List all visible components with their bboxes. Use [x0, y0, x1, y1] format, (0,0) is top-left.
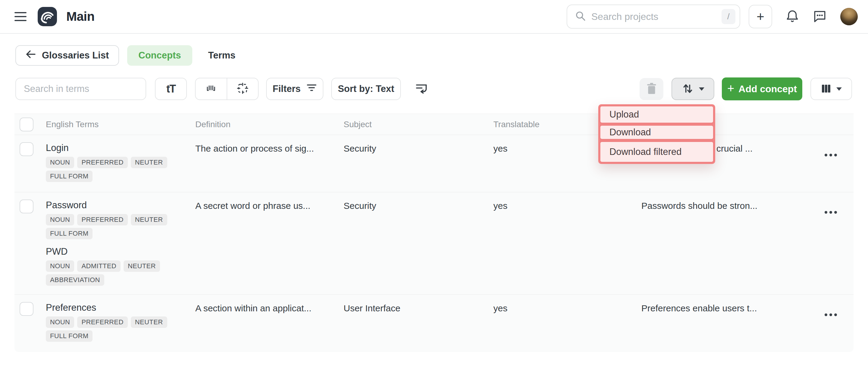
row-checkbox[interactable]: [20, 302, 33, 316]
row-actions-menu-icon[interactable]: [825, 313, 837, 352]
user-avatar[interactable]: [840, 8, 858, 25]
upload-download-dropdown-button[interactable]: [672, 78, 714, 100]
column-header-subject[interactable]: Subject: [344, 120, 493, 129]
sort-by-button[interactable]: Sort by: Text: [331, 78, 401, 100]
term-tag-badge: NOUN: [46, 157, 74, 168]
term-entry: LoginNOUNPREFERREDNEUTERFULL FORM: [46, 142, 195, 182]
match-case-button[interactable]: tT: [155, 78, 187, 100]
translatable-cell: yes: [493, 199, 641, 295]
trash-icon: [646, 82, 657, 96]
table-header-row: English Terms Definition Subject Transla…: [14, 114, 854, 135]
sort-direction-button[interactable]: [415, 82, 429, 96]
term-tag-badge: ABBREVIATION: [46, 274, 104, 286]
chevron-down-icon: [836, 87, 842, 91]
term-entry: PWDNOUNADMITTEDNEUTERABBREVIATION: [46, 246, 195, 286]
bell-icon: [785, 9, 799, 24]
delete-selected-button[interactable]: [640, 78, 663, 100]
chevron-down-icon: [699, 87, 704, 91]
term-tags: NOUNADMITTEDNEUTERABBREVIATION: [46, 260, 187, 286]
add-concept-label: Add concept: [738, 84, 797, 95]
term-tags: NOUNPREFERREDNEUTERFULL FORM: [46, 316, 187, 342]
term-text[interactable]: Password: [46, 199, 195, 211]
messages-button[interactable]: [812, 10, 827, 24]
term-text[interactable]: Preferences: [46, 302, 195, 313]
menu-item-download-filtered[interactable]: Download filtered: [599, 141, 714, 163]
term-tag-badge: NEUTER: [131, 316, 167, 328]
concepts-table: English Terms Definition Subject Transla…: [14, 114, 854, 352]
back-to-glossaries-button[interactable]: Glossaries List: [16, 45, 119, 66]
term-tag-badge: FULL FORM: [46, 171, 93, 182]
tab-concepts[interactable]: Concepts: [127, 45, 192, 66]
add-concept-button[interactable]: + Add concept: [722, 78, 802, 100]
term-tag-badge: NEUTER: [131, 157, 167, 168]
term-tag-badge: ADMITTED: [77, 260, 121, 272]
filters-button[interactable]: Filters: [266, 78, 323, 100]
term-tag-badge: FULL FORM: [46, 228, 93, 239]
hamburger-menu-icon[interactable]: [14, 12, 27, 21]
term-entry: PreferencesNOUNPREFERREDNEUTERFULL FORM: [46, 302, 195, 342]
projects-search-input[interactable]: [591, 11, 721, 22]
menu-item-download[interactable]: Download: [599, 125, 714, 140]
term-tags: NOUNPREFERREDNEUTERFULL FORM: [46, 214, 187, 239]
chat-bubble-icon: [812, 10, 827, 24]
whole-words-button[interactable]: [195, 79, 227, 99]
row-actions-menu-icon[interactable]: [825, 211, 837, 295]
glossary-nav: Glossaries List Concepts Terms: [16, 45, 854, 66]
columns-icon: [821, 84, 832, 94]
subject-cell: User Interface: [344, 302, 493, 352]
back-arrow-icon: [26, 50, 36, 61]
upload-download-menu: UploadDownloadDownload filtered: [598, 104, 715, 164]
translatable-cell: yes: [493, 302, 641, 352]
column-header-english-terms[interactable]: English Terms: [46, 120, 195, 129]
match-case-icon: tT: [166, 83, 176, 95]
term-tag-badge: PREFERRED: [77, 214, 127, 225]
sort-by-label: Sort by: Text: [338, 84, 394, 94]
table-row: PasswordNOUNPREFERREDNEUTERFULL FORMPWDN…: [14, 192, 854, 295]
back-button-label: Glossaries List: [42, 50, 109, 61]
whole-words-icon: [205, 83, 217, 95]
note-cell: Preferences enable users t...: [641, 302, 811, 352]
select-all-checkbox[interactable]: [20, 118, 33, 131]
page-title: Main: [66, 9, 95, 24]
filter-icon: [306, 83, 317, 95]
selection-frame-icon: [237, 83, 248, 95]
term-text[interactable]: Login: [46, 142, 195, 154]
row-checkbox[interactable]: [20, 142, 33, 156]
columns-visibility-button[interactable]: [810, 78, 852, 100]
term-tag-badge: NEUTER: [124, 260, 160, 272]
term-tag-badge: PREFERRED: [77, 157, 127, 168]
column-header-definition[interactable]: Definition: [195, 120, 344, 129]
row-actions-menu-icon[interactable]: [825, 154, 837, 192]
notifications-button[interactable]: [785, 9, 799, 24]
subject-cell: Security: [344, 199, 493, 295]
term-tag-badge: NOUN: [46, 316, 74, 328]
term-tags: NOUNPREFERREDNEUTERFULL FORM: [46, 157, 187, 182]
term-text[interactable]: PWD: [46, 246, 195, 257]
search-options-group: [195, 78, 258, 100]
menu-item-upload[interactable]: Upload: [599, 105, 714, 124]
definition-cell: A secret word or phrase us...: [195, 199, 344, 295]
topbar: Main / +: [0, 0, 868, 34]
subject-cell: Security: [344, 142, 493, 192]
terms-search-input[interactable]: [16, 78, 146, 100]
table-row: PreferencesNOUNPREFERREDNEUTERFULL FORM …: [14, 295, 854, 352]
table-row: LoginNOUNPREFERREDNEUTERFULL FORM The ac…: [14, 135, 854, 192]
search-shortcut-hint: /: [721, 9, 735, 24]
sort-direction-icon: [415, 82, 429, 96]
term-tag-badge: FULL FORM: [46, 330, 93, 342]
app-logo[interactable]: [37, 7, 57, 27]
tab-terms[interactable]: Terms: [208, 45, 236, 66]
up-down-arrows-icon: [681, 82, 694, 96]
term-tag-badge: NOUN: [46, 260, 74, 272]
term-tag-badge: NOUN: [46, 214, 74, 225]
row-checkbox[interactable]: [20, 199, 33, 213]
plus-icon: +: [727, 82, 734, 95]
term-tag-badge: NEUTER: [131, 214, 167, 225]
term-tag-badge: PREFERRED: [77, 316, 127, 328]
exact-match-button[interactable]: [227, 79, 258, 99]
term-entry: PasswordNOUNPREFERREDNEUTERFULL FORM: [46, 199, 195, 239]
create-project-button[interactable]: +: [749, 5, 772, 28]
definition-cell: The action or process of sig...: [195, 142, 344, 192]
filters-button-label: Filters: [273, 84, 301, 94]
projects-search[interactable]: /: [567, 4, 740, 29]
